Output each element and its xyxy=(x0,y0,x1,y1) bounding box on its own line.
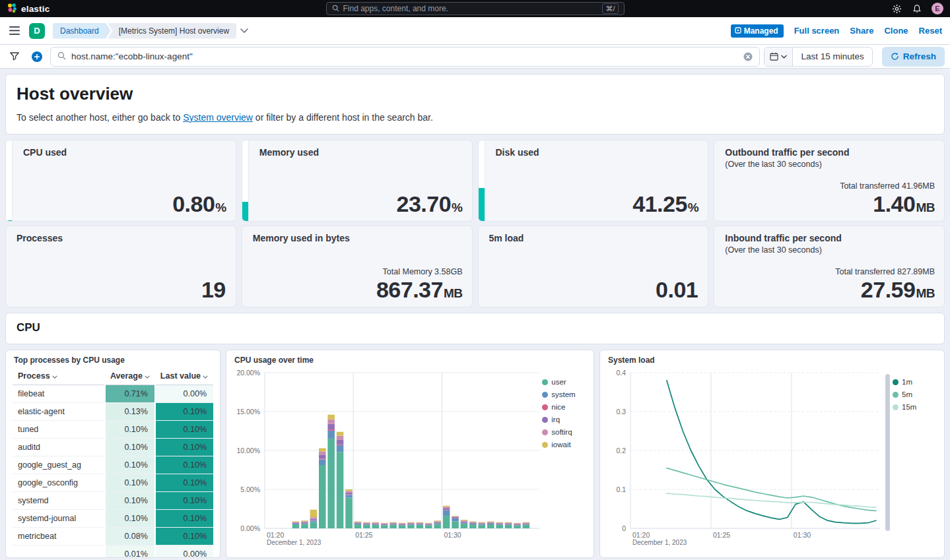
metric-value: 0.80% xyxy=(172,191,226,217)
metric-value: 23.70% xyxy=(397,191,463,217)
cpu-usage-chart[interactable]: 0.00%5.00%10.00%15.00%20.00%01:20Decembe… xyxy=(233,366,542,551)
legend-item-user[interactable]: user xyxy=(542,378,587,386)
legend-item-5m[interactable]: 5m xyxy=(893,390,937,398)
filter-menu-button[interactable] xyxy=(5,47,24,66)
metric-title: Outbound traffic per second xyxy=(725,147,935,158)
refresh-button[interactable]: Refresh xyxy=(882,47,945,67)
clone-button[interactable]: Clone xyxy=(884,26,908,36)
average-value-cell: 0.10% xyxy=(105,510,155,528)
average-value-cell: 0.10% xyxy=(105,439,155,456)
query-input[interactable] xyxy=(71,51,738,61)
table-row: systemd-journal0.10%0.10% xyxy=(13,510,213,528)
process-name-cell xyxy=(13,545,105,559)
legend-dot-icon xyxy=(542,379,548,385)
legend-dot-icon xyxy=(542,417,548,423)
chevron-down-icon[interactable] xyxy=(240,28,248,33)
metric-value: 19 xyxy=(201,277,226,303)
panel-title: CPU usage over time xyxy=(234,356,587,365)
reset-button[interactable]: Reset xyxy=(919,26,942,36)
space-avatar[interactable]: D xyxy=(29,23,45,39)
table-row: tuned0.10%0.10% xyxy=(13,421,213,439)
column-header-process[interactable]: Process xyxy=(13,367,105,385)
panel-title: System load xyxy=(608,356,937,365)
system-load-chart[interactable]: 00.10.20.30.401:20December 1, 202301:250… xyxy=(607,366,884,551)
markdown-body: To select another host, either go back t… xyxy=(17,112,933,123)
metric-value: 27.59MB xyxy=(835,277,935,303)
legend-label: nice xyxy=(551,403,565,411)
add-filter-button[interactable] xyxy=(28,47,46,66)
metric-value: 41.25% xyxy=(632,191,698,217)
legend-item-system[interactable]: system xyxy=(542,390,587,398)
markdown-text: or filter by a different host in the sea… xyxy=(253,112,433,123)
legend-dot-icon xyxy=(542,442,548,448)
last-value-cell: 0.10% xyxy=(155,510,213,528)
cpu-usage-over-time-panel: CPU usage over time 0.00%5.00%10.00%15.0… xyxy=(226,350,594,558)
load-chart-legend: 1m5m15m xyxy=(893,366,937,411)
calendar-button[interactable] xyxy=(764,47,793,66)
dashboard-actions: Managed Full screen Share Clone Reset xyxy=(731,24,942,38)
svg-text:01:30: 01:30 xyxy=(794,531,811,539)
last-value-cell: 0.10% xyxy=(155,492,213,510)
share-button[interactable]: Share xyxy=(850,26,873,36)
process-table-body: filebeat0.71%0.00%elastic-agent0.13%0.10… xyxy=(13,385,213,559)
time-range-value[interactable]: Last 15 minutes xyxy=(793,51,871,61)
metric-memory-used: Memory used 23.70% xyxy=(242,140,473,222)
full-screen-button[interactable]: Full screen xyxy=(794,26,840,36)
dashboard-nav-bar: D Dashboard [Metrics System] Host overvi… xyxy=(0,17,950,45)
metric-title: CPU used xyxy=(23,147,226,158)
chart-scrollbar[interactable] xyxy=(885,374,890,531)
legend-item-softirq[interactable]: softirq xyxy=(542,428,587,436)
last-value-cell: 0.10% xyxy=(155,456,213,474)
legend-label: 15m xyxy=(902,403,916,411)
last-value-cell: 0.10% xyxy=(155,403,213,421)
average-value-cell: 0.71% xyxy=(105,385,155,403)
legend-dot-icon xyxy=(542,392,548,398)
legend-item-1m[interactable]: 1m xyxy=(893,378,937,386)
legend-item-15m[interactable]: 15m xyxy=(893,403,937,411)
breadcrumb-dashboard[interactable]: Dashboard xyxy=(53,23,111,39)
managed-icon xyxy=(735,26,741,36)
metric-title: Memory used xyxy=(259,147,463,158)
process-name-cell: metricbeat xyxy=(13,528,105,545)
legend-item-iowait[interactable]: iowait xyxy=(542,441,587,449)
process-name-cell: tuned xyxy=(13,421,105,439)
process-name-cell: google_guest_ag xyxy=(13,456,105,474)
svg-text:20.00%: 20.00% xyxy=(236,369,260,377)
cpu-section-panel: CPU xyxy=(5,313,945,344)
user-avatar[interactable]: E xyxy=(932,3,943,15)
gear-icon[interactable] xyxy=(891,3,902,15)
legend-item-nice[interactable]: nice xyxy=(542,403,587,411)
process-name-cell: systemd-journal xyxy=(13,510,105,528)
legend-dot-icon xyxy=(542,429,548,435)
unified-search-bar: Last 15 minutes Refresh xyxy=(0,45,950,69)
svg-text:01:25: 01:25 xyxy=(713,531,730,539)
metric-outbound-traffic: Outbound traffic per second (Over the la… xyxy=(714,140,945,222)
process-table: Process Average Last value filebeat0.71%… xyxy=(13,367,213,558)
metric-progress-fill xyxy=(242,202,248,221)
legend-item-irq[interactable]: irq xyxy=(542,416,587,423)
breadcrumb-current-dashboard[interactable]: [Metrics System] Host overview xyxy=(108,23,236,39)
clear-query-icon[interactable] xyxy=(743,52,753,61)
last-value-cell: 0.10% xyxy=(155,474,213,492)
metric-value: 0.01 xyxy=(656,277,698,303)
system-overview-link[interactable]: System overview xyxy=(183,112,253,123)
legend-label: system xyxy=(551,390,575,398)
chevron-down-icon xyxy=(52,371,57,381)
metric-title: Memory used in bytes xyxy=(253,233,463,243)
metric-title: Inbound traffic per second xyxy=(725,233,935,243)
last-value-cell: 0.10% xyxy=(155,421,213,439)
global-header: elastic Find apps, content, and more. ⌘/… xyxy=(0,0,950,17)
table-row: filebeat0.71%0.00% xyxy=(13,385,213,403)
global-search[interactable]: Find apps, content, and more. ⌘/ xyxy=(326,2,625,15)
system-load-panel: System load 00.10.20.30.401:20December 1… xyxy=(599,350,945,558)
svg-text:0.3: 0.3 xyxy=(616,408,626,416)
column-header-last-value[interactable]: Last value xyxy=(155,367,213,385)
svg-text:01:25: 01:25 xyxy=(355,531,372,539)
cpu-section-title: CPU xyxy=(17,321,933,334)
column-header-average[interactable]: Average xyxy=(105,367,155,385)
elastic-brand[interactable]: elastic xyxy=(7,3,50,15)
menu-icon[interactable] xyxy=(8,24,21,38)
last-value-cell: 0.10% xyxy=(155,439,213,456)
bell-icon[interactable] xyxy=(911,3,923,15)
legend-dot-icon xyxy=(893,379,899,385)
